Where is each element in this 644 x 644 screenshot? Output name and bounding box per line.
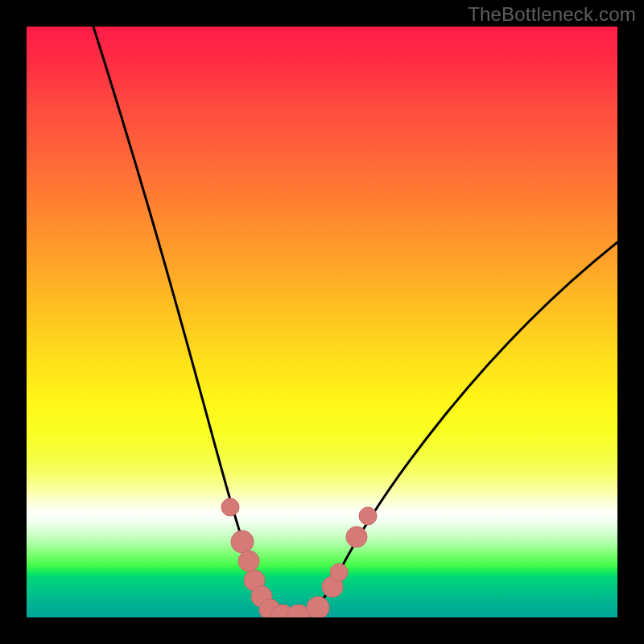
chart-overlay <box>27 27 617 617</box>
marker-dot <box>330 564 348 581</box>
marker-dot <box>238 551 259 572</box>
watermark-text: TheBottleneck.com <box>468 3 636 26</box>
marker-dot <box>359 507 377 525</box>
marker-dot <box>231 530 254 553</box>
marker-dot <box>307 597 329 617</box>
plot-area <box>27 27 617 617</box>
marker-dot <box>346 526 367 547</box>
outer-frame: TheBottleneck.com <box>0 0 644 644</box>
marker-dot <box>221 498 239 516</box>
curve-markers <box>221 498 377 617</box>
